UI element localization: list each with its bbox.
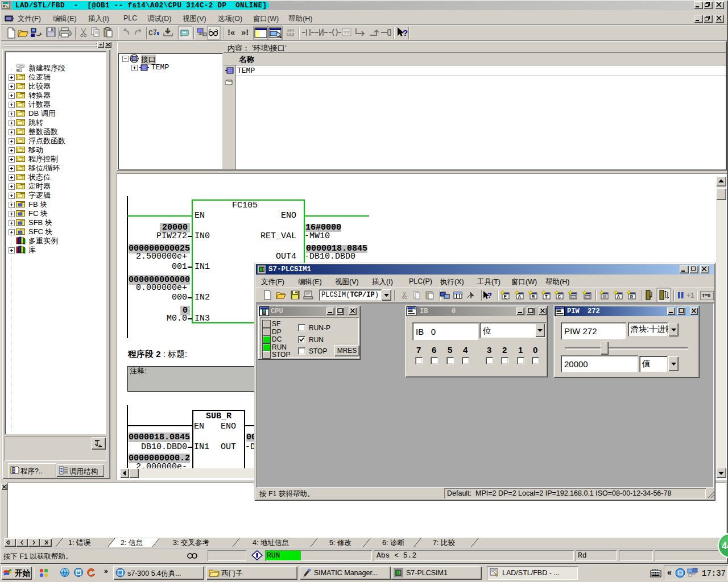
- svg-text:2: 信息: 2: 信息: [121, 539, 143, 547]
- svg-text:44: 44: [722, 541, 728, 551]
- svg-text:3: 交叉参考: 3: 交叉参考: [173, 539, 209, 547]
- svg-text:1: 错误: 1: 错误: [68, 539, 90, 547]
- svg-text:+1: +1: [686, 292, 694, 300]
- svg-text:A: A: [617, 294, 621, 300]
- svg-text:A: A: [518, 294, 522, 300]
- svg-text:7: 比较: 7: 比较: [433, 539, 455, 547]
- svg-text:M: M: [532, 294, 535, 300]
- svg-text:4: 地址信息: 4: 地址信息: [253, 539, 289, 547]
- svg-text:6: 诊断: 6: 诊断: [382, 539, 404, 547]
- svg-text:T: T: [545, 294, 548, 300]
- svg-text:C: C: [558, 294, 561, 300]
- svg-text:R: R: [630, 294, 634, 300]
- svg-text:T=0: T=0: [702, 293, 710, 298]
- svg-text:5: 修改: 5: 修改: [329, 539, 351, 547]
- svg-text:E: E: [504, 294, 507, 300]
